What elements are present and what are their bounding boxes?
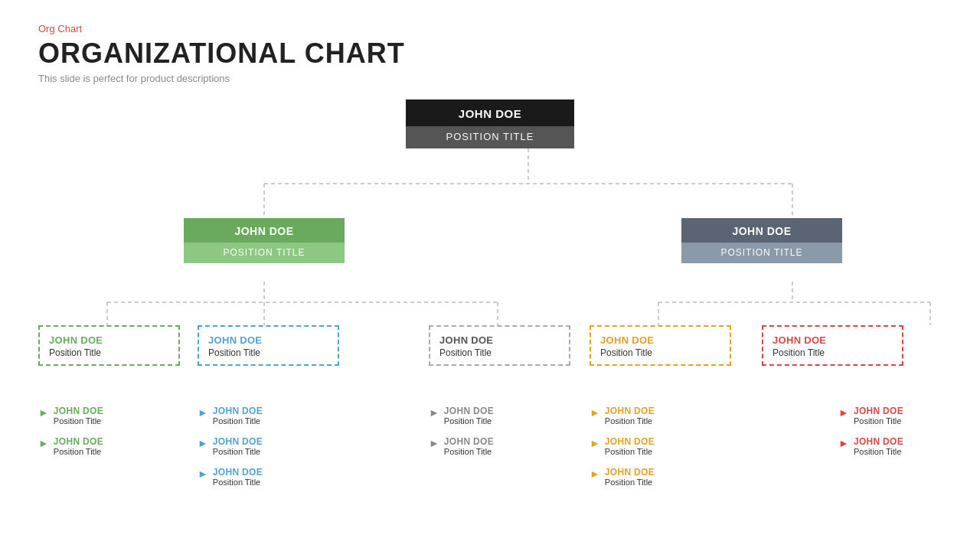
sub-4-3: ► JOHN DOE Position Title: [590, 467, 655, 487]
arrow-icon-2-3: ►: [198, 468, 208, 480]
card-5: JOHN DOE Position Title: [762, 325, 903, 366]
sub-3-1-name: JOHN DOE: [444, 406, 494, 416]
sub-3-1: ► JOHN DOE Position Title: [429, 406, 494, 425]
sub-5-1-name: JOHN DOE: [854, 406, 903, 416]
card-5-title: Position Title: [773, 347, 893, 358]
card-3: JOHN DOE Position Title: [429, 325, 570, 366]
arrow-icon-4-2: ►: [590, 437, 600, 449]
arrow-icon-2-1: ►: [198, 406, 208, 419]
sub-3-2-name: JOHN DOE: [444, 436, 494, 447]
sub-2-1: ► JOHN DOE Position Title: [198, 406, 263, 425]
arrow-icon-3-2: ►: [429, 437, 439, 449]
sub-5-2-title: Position Title: [854, 447, 903, 456]
sub-1-1-name: JOHN DOE: [54, 406, 103, 416]
sub-2-1-name: JOHN DOE: [213, 406, 263, 416]
l2-right-name: JOHN DOE: [681, 218, 842, 243]
sub-4-2-title: Position Title: [605, 447, 655, 456]
card-4-title: Position Title: [600, 347, 720, 358]
sub-3-1-title: Position Title: [444, 416, 494, 425]
sub-3-2-title: Position Title: [444, 447, 494, 456]
sub-2-3-title: Position Title: [213, 478, 263, 487]
sub-5-2: ► JOHN DOE Position Title: [838, 436, 903, 456]
sub-2-2: ► JOHN DOE Position Title: [198, 436, 263, 456]
arrow-icon-4-1: ►: [590, 406, 600, 419]
sub-5-1-title: Position Title: [854, 416, 903, 425]
arrow-icon-4-3: ►: [590, 468, 600, 480]
sub-5-1: ► JOHN DOE Position Title: [838, 406, 903, 425]
sub-1-2-name: JOHN DOE: [54, 436, 103, 447]
sub-1-2: ► JOHN DOE Position Title: [38, 436, 103, 456]
top-node-name: JOHN DOE: [406, 99, 574, 126]
header-subtitle: This slide is perfect for product descri…: [38, 73, 942, 84]
l2-left-node: JOHN DOE POSITION TITLE: [184, 218, 345, 263]
arrow-icon-3-1: ►: [429, 406, 439, 419]
card-3-name: JOHN DOE: [439, 334, 560, 346]
l2-right-title: POSITION TITLE: [681, 243, 842, 263]
arrow-icon-5-1: ►: [838, 406, 849, 419]
arrow-icon-5-2: ►: [838, 437, 849, 449]
card-2-title: Position Title: [208, 347, 328, 358]
org-chart: JOHN DOE POSITION TITLE JOHN DOE POSITIO…: [38, 99, 942, 536]
page: Org Chart ORGANIZATIONAL CHART This slid…: [0, 0, 980, 551]
sub-1-2-title: Position Title: [54, 447, 103, 456]
card-2: JOHN DOE Position Title: [198, 325, 339, 366]
card-4: JOHN DOE Position Title: [590, 325, 731, 366]
top-node: JOHN DOE POSITION TITLE: [406, 99, 574, 148]
l2-right-node: JOHN DOE POSITION TITLE: [681, 218, 842, 263]
sub-1-1-title: Position Title: [54, 416, 103, 425]
arrow-icon-1-2: ►: [38, 437, 49, 449]
sub-4-2-name: JOHN DOE: [605, 436, 655, 447]
sub-4-1-name: JOHN DOE: [605, 406, 655, 416]
card-1-name: JOHN DOE: [49, 334, 169, 346]
page-title: ORGANIZATIONAL CHART: [38, 37, 942, 70]
sub-2-3: ► JOHN DOE Position Title: [198, 467, 263, 487]
sub-2-2-name: JOHN DOE: [213, 436, 263, 447]
sub-2-2-title: Position Title: [213, 447, 263, 456]
card-1-title: Position Title: [49, 347, 169, 358]
sub-4-1: ► JOHN DOE Position Title: [590, 406, 655, 425]
connector-lines: [38, 99, 942, 536]
sub-5-2-name: JOHN DOE: [854, 436, 903, 447]
sub-4-2: ► JOHN DOE Position Title: [590, 436, 655, 456]
card-5-name: JOHN DOE: [773, 334, 893, 346]
top-node-title: POSITION TITLE: [406, 126, 574, 148]
arrow-icon-2-2: ►: [198, 437, 208, 449]
sub-1-1: ► JOHN DOE Position Title: [38, 406, 103, 425]
sub-3-2: ► JOHN DOE Position Title: [429, 436, 494, 456]
card-4-name: JOHN DOE: [600, 334, 720, 346]
sub-2-1-title: Position Title: [213, 416, 263, 425]
sub-4-1-title: Position Title: [605, 416, 655, 425]
sub-4-3-name: JOHN DOE: [605, 467, 655, 478]
header-label: Org Chart: [38, 23, 942, 34]
l2-left-title: POSITION TITLE: [184, 243, 345, 263]
card-3-title: Position Title: [439, 347, 560, 358]
arrow-icon-1-1: ►: [38, 406, 49, 419]
card-1: JOHN DOE Position Title: [38, 325, 180, 366]
sub-4-3-title: Position Title: [605, 478, 655, 487]
l2-left-name: JOHN DOE: [184, 218, 345, 243]
sub-2-3-name: JOHN DOE: [213, 467, 263, 478]
card-2-name: JOHN DOE: [208, 334, 328, 346]
